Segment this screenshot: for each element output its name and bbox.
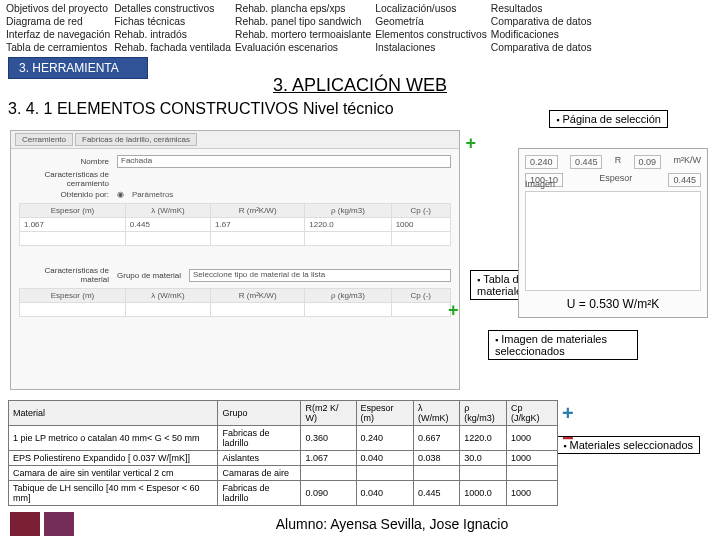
nav-link[interactable]: Geometría — [375, 15, 487, 28]
cell: 0.240 — [356, 426, 413, 451]
cell: Fabricas de ladrillo — [218, 481, 301, 506]
material-image-canvas — [525, 191, 701, 291]
nav-link[interactable]: Elementos constructivos — [375, 28, 487, 41]
plus-icon[interactable]: + — [562, 402, 574, 425]
footer: Alumno: Ayensa Sevilla, Jose Ignacio — [0, 512, 720, 536]
image-label: Imagen — [525, 179, 555, 189]
author-name: Alumno: Ayensa Sevilla, Jose Ignacio — [74, 516, 710, 532]
nav-link[interactable]: Rehab. fachada ventilada — [114, 41, 231, 54]
nav-link[interactable]: Rehab. plancha eps/xps — [235, 2, 371, 15]
u-value-panel: 0.240 0.445 R 0.09 m²K/W 100-10 Espesor … — [518, 148, 708, 318]
val: 0.445 — [668, 173, 701, 187]
val: 0.09 — [634, 155, 662, 169]
cell: 1000 — [506, 451, 557, 466]
col-h: Grupo — [218, 401, 301, 426]
u-value-result: U = 0.530 W/m²K — [525, 297, 701, 311]
cell — [506, 466, 557, 481]
label-grupo: Grupo de material — [117, 271, 181, 280]
nav-link[interactable]: Comparativa de datos — [491, 15, 592, 28]
app-screenshot: Cerramiento Fabricas de ladrillo, cerámi… — [10, 130, 460, 390]
val: 0.240 — [525, 155, 558, 169]
cell: EPS Poliestireno Expandido [ 0.037 W/[mK… — [9, 451, 218, 466]
selected-materials-table: Material Grupo R(m2 K/ W) Espesor (m) λ … — [8, 400, 558, 506]
table-row: Tabique de LH sencillo [40 mm < Espesor … — [9, 481, 558, 506]
cell — [460, 466, 507, 481]
cell[interactable]: 1000 — [391, 218, 450, 232]
table-row: 1 pie LP metrico o catalan 40 mm< G < 50… — [9, 426, 558, 451]
callout-selected-materials: Materiales seleccionados — [556, 436, 700, 454]
r-label: R — [615, 155, 622, 169]
label-carac: Características de cerramiento — [19, 170, 109, 188]
minus-icon[interactable]: − — [562, 427, 574, 450]
nav-col-2: Detalles constructivos Fichas técnicas R… — [114, 2, 231, 54]
nav-link[interactable]: Instalaciones — [375, 41, 487, 54]
nav-col-1: Objetivos del proyecto Diagrama de red I… — [6, 2, 110, 54]
cell: Fabricas de ladrillo — [218, 426, 301, 451]
label-obt: Obtenido por: — [19, 190, 109, 199]
nav-link[interactable]: Rehab. mortero termoaislante — [235, 28, 371, 41]
col-h: λ (W/mK) — [125, 204, 210, 218]
nav-link[interactable]: Diagrama de red — [6, 15, 110, 28]
col-h: Espesor (m) — [356, 401, 413, 426]
nav-link[interactable]: Tabla de cerramientos — [6, 41, 110, 54]
app-title: 3. APLICACIÓN WEB — [0, 75, 720, 96]
cell: 1000 — [506, 481, 557, 506]
plus-icon[interactable]: + — [465, 133, 476, 154]
col-h: Cp (J/kgK) — [506, 401, 557, 426]
cell: 1.067 — [301, 451, 356, 466]
col-h: ρ (kg/m3) — [305, 204, 391, 218]
nav-link[interactable]: Interfaz de navegación — [6, 28, 110, 41]
label-caracm: Características de material — [19, 266, 109, 284]
top-nav: Objetivos del proyecto Diagrama de red I… — [0, 0, 720, 55]
cell: Tabique de LH sencillo [40 mm < Espesor … — [9, 481, 218, 506]
radio-parametros[interactable]: ◉ — [117, 190, 124, 199]
tab-cerramiento[interactable]: Cerramiento — [15, 133, 73, 146]
nav-link[interactable]: Objetivos del proyecto — [6, 2, 110, 15]
label-nombre: Nombre — [19, 157, 109, 166]
cell — [301, 466, 356, 481]
cell[interactable]: 0.445 — [125, 218, 210, 232]
nav-link[interactable]: Modificaciones — [491, 28, 592, 41]
val: 0.445 — [570, 155, 603, 169]
nav-col-3: Rehab. plancha eps/xps Rehab. panel tipo… — [235, 2, 371, 54]
nav-link[interactable]: Localización/usos — [375, 2, 487, 15]
nav-link[interactable]: Evaluación escenarios — [235, 41, 371, 54]
plus-icon[interactable]: + — [448, 300, 459, 321]
table-row: Camara de aire sin ventilar vertical 2 c… — [9, 466, 558, 481]
col-h: Cp (-) — [391, 289, 450, 303]
input-nombre[interactable]: Fachada — [117, 155, 451, 168]
cell: Camara de aire sin ventilar vertical 2 c… — [9, 466, 218, 481]
tab-fabricas[interactable]: Fabricas de ladrillo, cerámicas — [75, 133, 197, 146]
cell[interactable]: 1.67 — [211, 218, 305, 232]
lbl: Espesor — [599, 173, 632, 187]
add-remove-controls: + − — [562, 402, 574, 450]
nav-link[interactable]: Rehab. intradós — [114, 28, 231, 41]
cell: 0.040 — [356, 481, 413, 506]
cell[interactable]: 1.067 — [20, 218, 126, 232]
col-h: R (m²K/W) — [211, 289, 305, 303]
nav-col-4: Localización/usos Geometría Elementos co… — [375, 2, 487, 54]
cell: 0.090 — [301, 481, 356, 506]
nav-link[interactable]: Resultados — [491, 2, 592, 15]
nav-link[interactable]: Detalles constructivos — [114, 2, 231, 15]
logos — [10, 512, 74, 536]
nav-link[interactable]: Rehab. panel tipo sandwich — [235, 15, 371, 28]
cell — [356, 466, 413, 481]
cell: Camaras de aire — [218, 466, 301, 481]
cell: 1220.0 — [460, 426, 507, 451]
cell: 30.0 — [460, 451, 507, 466]
col-h: Espesor (m) — [20, 204, 126, 218]
cell: 1000.0 — [460, 481, 507, 506]
cell[interactable]: 1220.0 — [305, 218, 391, 232]
callout-selection-page: Página de selección — [549, 110, 668, 128]
unit: m²K/W — [673, 155, 701, 169]
logo-upv-icon — [10, 512, 40, 536]
cell: 1 pie LP metrico o catalan 40 mm< G < 50… — [9, 426, 218, 451]
select-material[interactable]: Seleccione tipo de material de la lista — [189, 269, 451, 282]
table-row: EPS Poliestireno Expandido [ 0.037 W/[mK… — [9, 451, 558, 466]
callout-materials-image: Imagen de materiales seleccionados — [488, 330, 638, 360]
cell: 1000 — [506, 426, 557, 451]
cell — [413, 466, 459, 481]
nav-link[interactable]: Fichas técnicas — [114, 15, 231, 28]
nav-link[interactable]: Comparativa de datos — [491, 41, 592, 54]
